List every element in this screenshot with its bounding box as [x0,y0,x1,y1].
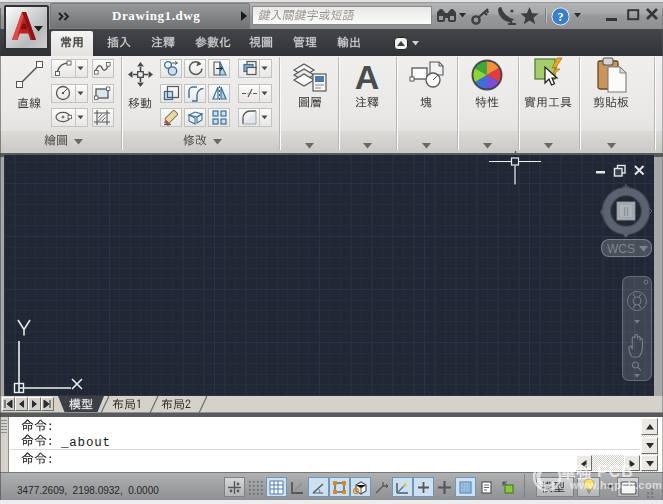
svg-text:?: ? [558,10,564,24]
svg-text:WCS: WCS [607,242,635,256]
svg-text:A: A [355,58,380,94]
svg-text:Drawing1.dwg: Drawing1.dwg [112,8,200,23]
